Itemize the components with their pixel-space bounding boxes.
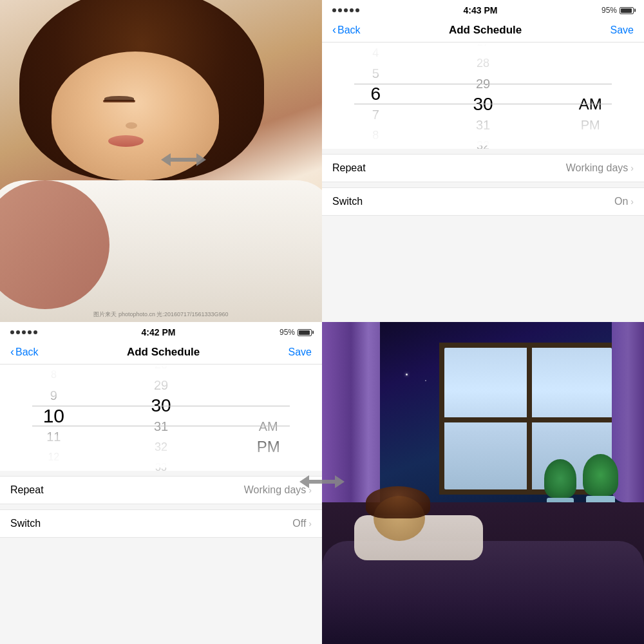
battery-fill-bottom bbox=[299, 330, 310, 335]
settings-section-top: Repeat Working days › bbox=[322, 154, 644, 182]
status-right-top: 95% bbox=[601, 6, 634, 15]
signal-dot-3 bbox=[344, 8, 348, 12]
settings-section2-top: Switch On › bbox=[322, 187, 644, 216]
switch-value-bottom[interactable]: Off › bbox=[292, 518, 312, 529]
picker-hour-4[interactable]: 4 bbox=[322, 43, 430, 63]
switch-label-top: Switch bbox=[332, 196, 363, 207]
repeat-value-text-top: Working days bbox=[566, 162, 629, 174]
empty-section-bottom bbox=[0, 538, 322, 644]
picker-col-minute-top[interactable]: 27 28 29 30 31 32 bbox=[430, 43, 537, 149]
star-1 bbox=[406, 374, 408, 375]
svg-marker-1 bbox=[299, 475, 345, 488]
switch-row-top[interactable]: Switch On › bbox=[322, 187, 644, 216]
status-time-bottom: 4:42 PM bbox=[142, 327, 176, 337]
picker-columns-bottom: 8 9 10 11 12 28 29 30 31 32 33 bbox=[0, 365, 322, 468]
empty-section-top bbox=[322, 216, 644, 322]
signal-dot-4 bbox=[350, 8, 354, 12]
back-chevron-bottom: ‹ bbox=[10, 345, 14, 359]
battery-percent-top: 95% bbox=[601, 6, 617, 15]
picker-bam[interactable]: AM bbox=[214, 416, 322, 437]
settings-separator-top2 bbox=[322, 182, 644, 187]
status-time-top: 4:43 PM bbox=[464, 5, 498, 15]
window-crossbar-v bbox=[527, 343, 532, 495]
picker-hour-5[interactable]: 5 bbox=[322, 63, 430, 84]
picker-bmin-28[interactable]: 28 bbox=[108, 365, 215, 375]
battery-icon-top bbox=[620, 7, 634, 14]
picker-min-32[interactable]: 32 bbox=[430, 135, 537, 149]
settings-section2-bottom: Switch Off › bbox=[0, 509, 322, 538]
back-label-bottom[interactable]: Back bbox=[15, 346, 39, 358]
picker-hour-7[interactable]: 7 bbox=[322, 104, 430, 125]
picker-bmin-29[interactable]: 29 bbox=[108, 375, 215, 395]
bidirectional-arrow-bottom bbox=[299, 472, 345, 491]
picker-col-hour-bottom[interactable]: 8 9 10 11 12 bbox=[0, 365, 108, 468]
picker-col-hour-top[interactable]: 4 5 6 7 8 bbox=[322, 43, 430, 146]
picker-col-ampm-bottom[interactable]: AM PM bbox=[214, 375, 322, 457]
battery-percent-bottom: 95% bbox=[279, 328, 295, 337]
back-button-bottom[interactable]: ‹ Back bbox=[10, 345, 39, 359]
bidirectional-arrow-top bbox=[161, 150, 206, 169]
switch-chevron-bottom: › bbox=[308, 518, 312, 529]
picker-bhour-10-selected[interactable]: 10 bbox=[0, 406, 108, 426]
picker-bmin-31[interactable]: 31 bbox=[108, 416, 215, 437]
bottom-left-phone-ui: 4:42 PM 95% ‹ Back Add Schedule Save 8 bbox=[0, 322, 322, 644]
battery-icon-bottom bbox=[298, 329, 312, 336]
picker-col-minute-bottom[interactable]: 28 29 30 31 32 33 bbox=[108, 365, 215, 471]
battery-fill-top bbox=[621, 8, 632, 13]
nav-bar-bottom: ‹ Back Add Schedule Save bbox=[0, 340, 322, 365]
picker-hour-8[interactable]: 8 bbox=[322, 125, 430, 146]
repeat-row-top[interactable]: Repeat Working days › bbox=[322, 154, 644, 182]
switch-value-top[interactable]: On › bbox=[614, 196, 634, 207]
picker-bpm-selected[interactable]: PM bbox=[214, 437, 322, 457]
picker-bmin-32[interactable]: 32 bbox=[108, 437, 215, 457]
signal-dot-b5 bbox=[33, 330, 37, 334]
repeat-value-top[interactable]: Working days › bbox=[566, 162, 634, 174]
plant-right-leaves bbox=[583, 454, 618, 496]
picker-min-27[interactable]: 27 bbox=[430, 43, 537, 53]
switch-row-bottom[interactable]: Switch Off › bbox=[0, 509, 322, 538]
picker-am-selected[interactable]: AM bbox=[536, 94, 644, 115]
switch-value-text-bottom: Off bbox=[292, 518, 306, 529]
picker-bhour-11[interactable]: 11 bbox=[0, 426, 108, 447]
signal-dots bbox=[332, 8, 359, 12]
picker-bhour-8[interactable]: 8 bbox=[0, 365, 108, 385]
picker-col-ampm-top[interactable]: AM PM bbox=[536, 53, 644, 135]
picker-min-30-selected[interactable]: 30 bbox=[430, 94, 537, 115]
nav-title-bottom: Add Schedule bbox=[127, 346, 200, 359]
picker-min-29[interactable]: 29 bbox=[430, 73, 537, 94]
settings-separator-bottom2 bbox=[0, 504, 322, 509]
time-picker-bottom[interactable]: 8 9 10 11 12 28 29 30 31 32 33 bbox=[0, 365, 322, 471]
save-button-bottom[interactable]: Save bbox=[289, 346, 312, 358]
picker-pm[interactable]: PM bbox=[536, 115, 644, 135]
nav-bar-top: ‹ Back Add Schedule Save bbox=[322, 18, 644, 43]
status-right-bottom: 95% bbox=[279, 328, 312, 337]
picker-bhour-9[interactable]: 9 bbox=[0, 385, 108, 406]
picker-bmin-33[interactable]: 33 bbox=[108, 457, 215, 471]
settings-separator-top1 bbox=[322, 149, 644, 154]
switch-chevron-top: › bbox=[630, 196, 634, 207]
bottom-right-photo bbox=[322, 322, 644, 644]
status-bar-top: 4:43 PM 95% bbox=[322, 0, 644, 18]
signal-dot-1 bbox=[332, 8, 336, 12]
picker-hour-6-selected[interactable]: 6 bbox=[322, 84, 430, 104]
plant-left-leaves bbox=[544, 459, 576, 498]
top-right-phone-ui: 4:43 PM 95% ‹ Back Add Schedule Save 4 bbox=[322, 0, 644, 322]
top-left-photo: 图片来天 photophoto.cn 光:20160717/1561333G96… bbox=[0, 0, 322, 322]
status-bar-bottom: 4:42 PM 95% bbox=[0, 322, 322, 340]
signal-dot-b3 bbox=[22, 330, 26, 334]
repeat-label-bottom: Repeat bbox=[10, 484, 44, 496]
back-label-top[interactable]: Back bbox=[337, 24, 361, 36]
time-picker-top[interactable]: 4 5 6 7 8 27 28 29 30 31 32 bbox=[322, 43, 644, 149]
repeat-row-bottom[interactable]: Repeat Working days › bbox=[0, 476, 322, 504]
arrow-bottom bbox=[299, 472, 345, 494]
picker-bmin-30-selected[interactable]: 30 bbox=[108, 395, 215, 416]
picker-min-28[interactable]: 28 bbox=[430, 53, 537, 73]
picker-min-31[interactable]: 31 bbox=[430, 115, 537, 135]
picker-bhour-12[interactable]: 12 bbox=[0, 447, 108, 468]
save-button-top[interactable]: Save bbox=[611, 24, 634, 36]
picker-columns-top: 4 5 6 7 8 27 28 29 30 31 32 bbox=[322, 43, 644, 146]
switch-value-text-top: On bbox=[614, 196, 628, 207]
signal-dot-b1 bbox=[10, 330, 14, 334]
back-button-top[interactable]: ‹ Back bbox=[332, 23, 361, 37]
watermark-text: 图片来天 photophoto.cn 光:20160717/1561333G96… bbox=[93, 310, 228, 319]
